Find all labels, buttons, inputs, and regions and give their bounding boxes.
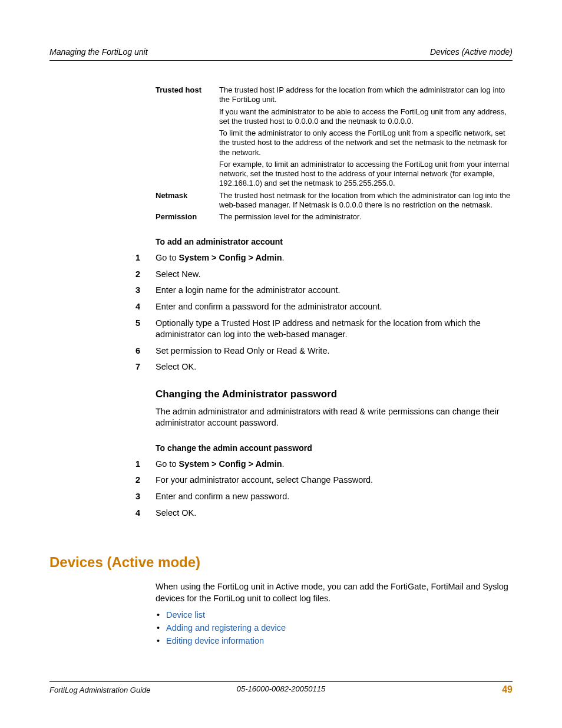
definition-para: The trusted host netmask for the locatio…: [219, 191, 513, 210]
definition-para: For example, to limit an administrator t…: [219, 160, 513, 189]
step-item: Select OK.: [156, 361, 513, 373]
footer-left: FortiLog Administration Guide: [49, 686, 151, 694]
step-item: Enter and confirm a password for the adm…: [156, 301, 513, 313]
definition-term: Netmask: [156, 190, 219, 212]
add-admin-title: To add an administrator account: [156, 237, 513, 246]
step-item: Go to System > Config > Admin.: [156, 252, 513, 264]
footer-page-number: 49: [502, 684, 513, 695]
step-item: For your administrator account, select C…: [156, 475, 513, 486]
devices-intro: When using the FortiLog unit in Active m…: [156, 581, 513, 604]
definition-row: Trusted hostThe trusted host IP address …: [156, 84, 513, 190]
change-pw-intro: The admin administrator and administrato…: [156, 406, 513, 429]
doc-link[interactable]: Device list: [166, 610, 205, 620]
definition-table: Trusted hostThe trusted host IP address …: [156, 84, 513, 223]
definition-para: To limit the administrator to only acces…: [219, 129, 513, 157]
page-footer: FortiLog Administration Guide 05-16000-0…: [49, 681, 513, 695]
step-item: Enter a login name for the administrator…: [156, 285, 513, 297]
add-admin-steps: Go to System > Config > Admin.Select New…: [156, 252, 513, 373]
change-pw-title: To change the admin account password: [156, 443, 513, 453]
list-item: Device list: [156, 610, 513, 620]
definition-para: The permission level for the administrat…: [219, 212, 513, 222]
change-pw-steps: Go to System > Config > Admin.For your a…: [156, 459, 513, 519]
list-item: Editing device information: [156, 636, 513, 645]
list-item: Adding and registering a device: [156, 623, 513, 633]
definition-term: Trusted host: [156, 84, 219, 190]
nav-path: System > Config > Admin: [179, 253, 282, 262]
step-item: Select OK.: [156, 508, 513, 519]
step-item: Enter and confirm a new password.: [156, 491, 513, 503]
definition-row: PermissionThe permission level for the a…: [156, 211, 513, 223]
definition-para: If you want the administrator to be able…: [219, 107, 513, 127]
nav-path: System > Config > Admin: [179, 459, 282, 469]
running-header: Managing the FortiLog unit Devices (Acti…: [49, 47, 513, 61]
definition-desc: The trusted host netmask for the locatio…: [219, 190, 513, 212]
definition-desc: The permission level for the administrat…: [219, 211, 513, 223]
change-pw-heading: Changing the Administrator password: [156, 388, 513, 400]
step-item: Go to System > Config > Admin.: [156, 459, 513, 470]
step-item: Set permission to Read Only or Read & Wr…: [156, 345, 513, 357]
header-left: Managing the FortiLog unit: [49, 47, 148, 57]
header-right: Devices (Active mode): [430, 47, 513, 57]
definition-para: The trusted host IP address for the loca…: [219, 85, 513, 105]
step-item: Select New.: [156, 269, 513, 281]
devices-links: Device listAdding and registering a devi…: [156, 610, 513, 645]
step-item: Optionally type a Trusted Host IP addres…: [156, 318, 513, 341]
definition-desc: The trusted host IP address for the loca…: [219, 84, 513, 190]
doc-link[interactable]: Adding and registering a device: [166, 623, 286, 633]
definition-row: NetmaskThe trusted host netmask for the …: [156, 190, 513, 212]
devices-heading: Devices (Active mode): [49, 554, 513, 571]
doc-link[interactable]: Editing device information: [166, 636, 264, 645]
definition-term: Permission: [156, 211, 219, 223]
